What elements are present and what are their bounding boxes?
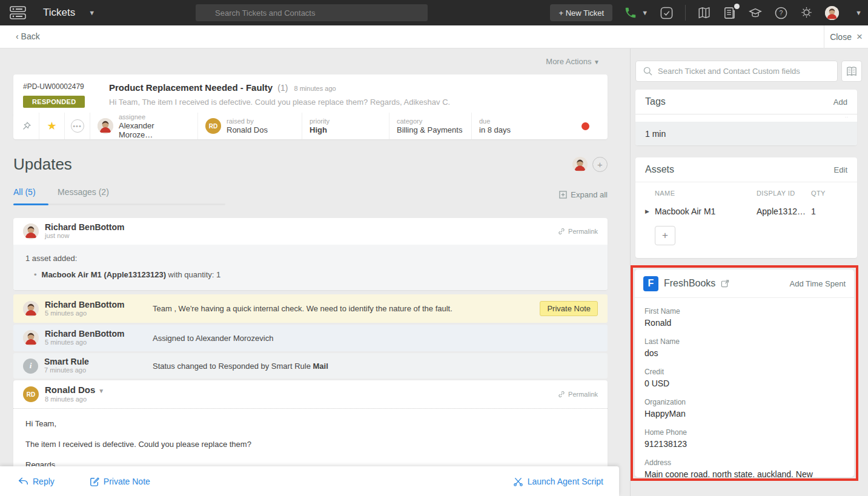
help-icon[interactable]: ? [774,6,788,20]
back-button[interactable]: ‹ Back [16,31,40,41]
author-avatar [23,301,39,317]
expand-icon [559,191,567,199]
fb-field-last-name: Last Name dos [644,337,844,359]
assets-col-display-id: DISPLAY ID [757,190,811,197]
ticket-toolbar: ‹ Back Close× [0,25,868,48]
module-chevron-down-icon[interactable]: ▼ [88,9,95,16]
search-icon [643,67,652,76]
assignee-avatar [98,118,113,134]
status-badge: RESPONDED [23,96,85,108]
phone-chevron-down-icon[interactable]: ▼ [641,9,648,16]
star-button[interactable]: ★ [39,113,64,139]
reply-icon [18,477,28,486]
tabs-underline [13,203,225,205]
close-button[interactable]: Close× [824,25,868,48]
more-actions-button[interactable]: More Actions ▼ [546,57,600,66]
updates-tabs: All (5) Messages (2) Expand all [13,187,608,206]
ticket-snippet: Hi Team, The item I received is defectiv… [109,98,450,107]
assets-edit-button[interactable]: Edit [834,165,847,174]
search-input[interactable] [196,4,428,21]
permalink-button[interactable]: Permalink [558,228,598,235]
timer-row: 1 min [635,122,857,145]
add-asset-button[interactable]: + [655,226,675,245]
agent-script-tools-icon [513,476,523,486]
category-value: Billing & Payments [397,125,462,134]
ticket-summary-card: #PD-UW00002479 RESPONDED Product Replace… [13,74,608,117]
link-icon [558,228,565,235]
author-avatar [23,330,39,346]
app-switcher-icon[interactable] [10,5,26,21]
clipped-card-edge: ·· [635,114,857,122]
assets-col-qty: QTY [811,190,835,197]
freshbooks-title: FreshBooks [664,278,715,289]
add-watcher-button[interactable]: + [592,157,608,172]
fb-field-address: Address Main coone road, north state, au… [644,458,844,477]
pin-button[interactable] [13,113,39,139]
priority-value: High [310,125,330,134]
expand-row-icon[interactable]: ▶ [645,208,655,214]
tab-messages[interactable]: Messages (2) [58,187,109,197]
author-name: Richard BenBottom [45,223,124,232]
update-entry-assigned: Richard BenBottom5 minutes ago Assigned … [13,325,608,351]
note-text: Team , We're having a quick internal che… [153,304,452,313]
permalink-button[interactable]: Permalink [558,391,598,398]
asset-name: Macbook Air M1 [655,207,757,216]
right-sidebar: Tags Add ·· 1 min Assets Edit NAME DISPL… [631,48,868,496]
freshbooks-logo: F [643,276,658,291]
due-value: in 8 days [479,125,511,134]
chevron-down-icon[interactable]: ▼ [98,388,104,394]
tags-card: Tags Add ·· 1 min [635,90,857,145]
tab-all[interactable]: All (5) [13,187,36,197]
field-layout-button[interactable] [841,61,862,82]
add-time-spent-button[interactable]: Add Time Spent [790,279,846,288]
category-field[interactable]: categoryBilling & Payments [389,113,471,139]
requester-avatar: RD [205,118,221,134]
asset-added-line: 1 asset added: [25,254,595,263]
fb-field-organization: Organization HappyMan [644,398,844,419]
asset-qty: 1 [811,207,816,216]
module-title[interactable]: Tickets [43,7,75,19]
map-icon[interactable] [697,6,711,19]
launch-agent-script-button[interactable]: Launch Agent Script [513,476,603,486]
raised-by-field[interactable]: RD raised byRonald Dos [197,113,302,139]
ticket-thread-count: (1) [277,83,288,93]
chevron-down-icon: ▼ [594,59,600,65]
external-link-icon[interactable] [721,279,729,288]
asset-row[interactable]: ▶ Macbook Air M1 Apple1312… 1 [645,207,847,216]
assets-col-name: NAME [645,190,757,197]
freshbooks-card: F FreshBooks Add Time Spent First Name R… [635,269,854,477]
message-paragraph: The item I received is defective. Could … [25,440,595,449]
new-ticket-button[interactable]: + New Ticket [550,4,612,21]
priority-field[interactable]: priorityHigh [302,113,389,139]
asset-added-bullet: •Macbook Air M1 (Apple13123123) with qua… [25,270,595,279]
assignee-value: Alexander Moroze… [119,121,190,139]
more-properties-button[interactable]: ••• [64,113,90,139]
assignee-field[interactable]: assigneeAlexander Moroze… [90,113,197,139]
profile-chevron-down-icon[interactable]: ▼ [855,9,862,16]
reply-button[interactable]: Reply [18,477,55,486]
academy-cap-icon[interactable] [748,6,763,19]
custom-fields-search-input[interactable] [635,61,838,82]
phone-icon[interactable] [624,6,637,19]
private-note-badge: Private Note [540,301,598,316]
tips-bulb-icon[interactable] [800,6,813,20]
note-pencil-icon [90,477,99,486]
freshbooks-fields: First Name Ronald Last Name dos Credit 0… [635,298,854,477]
requester-avatar: RD [23,386,39,402]
due-field[interactable]: duein 8 days [471,113,608,139]
fb-field-home-phone: Home Phone 912138123 [644,428,844,449]
highlight-rectangle: F FreshBooks Add Time Spent First Name R… [631,265,858,481]
tags-add-button[interactable]: Add [833,98,847,107]
watcher-avatar[interactable] [572,157,588,172]
updates-heading: Updates [13,155,72,174]
close-icon: × [856,31,863,43]
expand-all-button[interactable]: Expand all [559,190,608,199]
update-entry-smart-rule: i Smart Rule7 minutes ago Status changed… [13,353,608,379]
user-avatar[interactable] [825,6,839,20]
whats-new-icon[interactable] [723,6,737,20]
todo-check-icon[interactable] [660,6,674,20]
private-note-button[interactable]: Private Note [90,477,150,486]
timer-value: 1 min [645,129,666,139]
ticket-detail-pane: More Actions ▼ #PD-UW00002479 RESPONDED … [0,48,631,496]
ticket-title: Product Replacement Needed - Faulty [109,82,273,93]
